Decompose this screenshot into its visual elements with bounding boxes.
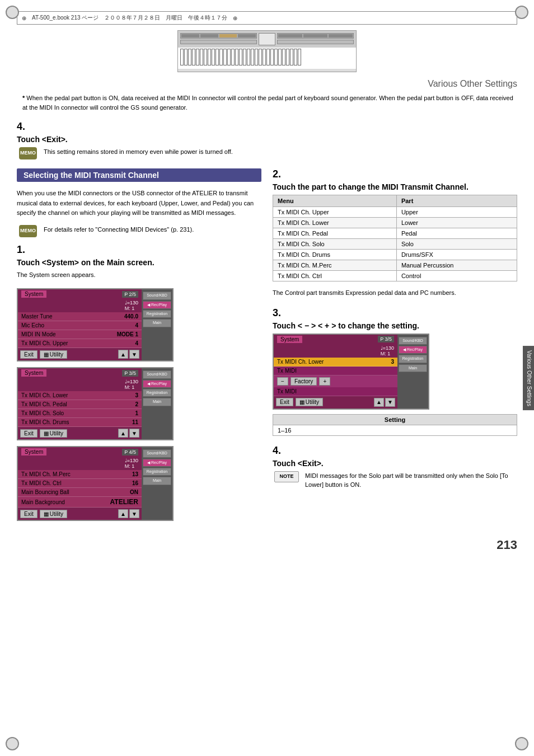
screen-1-arrows: ▲ ▼ xyxy=(118,350,139,359)
table-row: Tx MIDI Ch. Drums Drums/SFX xyxy=(273,250,517,260)
screen-1-up-arrow[interactable]: ▲ xyxy=(118,350,128,359)
table-row: Tx MIDI Ch. Pedal Pedal xyxy=(273,228,517,239)
step-4-first: 4. Touch <Exit>. MEMO This setting remai… xyxy=(17,121,517,159)
screen-2-body: System P 3/5 ♩=130M: 1 Tx MIDI Ch. Lower… xyxy=(18,368,142,439)
screen-3-up-arrow[interactable]: ▲ xyxy=(118,509,128,518)
sidebar-btn-main-step3[interactable]: Main xyxy=(399,364,427,372)
step-2-number: 2. xyxy=(273,168,517,180)
step-3: 3. Touch < − > < + > to change the setti… xyxy=(273,307,517,436)
screen-2-footer: Exit ▦ Utility ▲ ▼ xyxy=(18,427,142,439)
screen-1-utility-btn[interactable]: ▦ Utility xyxy=(40,350,67,359)
note-box: NOTE MIDI messages for the Solo part wil… xyxy=(273,471,517,490)
notice-text: * When the pedal part button is ON, data… xyxy=(17,93,517,112)
memo-box-details: MEMO For details refer to "Connecting MI… xyxy=(17,225,261,237)
table-row: Tx MIDI Ch. Upper Upper xyxy=(273,207,517,218)
table-cell-menu-1: Tx MIDI Ch. Upper xyxy=(273,207,397,218)
step-4-first-title: Touch <Exit>. xyxy=(17,135,517,144)
sidebar-btn-main-1[interactable]: Main xyxy=(143,319,171,327)
step-2-title: Touch the part to change the MIDI Transm… xyxy=(273,182,517,191)
corner-decoration-br xyxy=(515,737,528,750)
sidebar-btn-registration-2[interactable]: Registration xyxy=(143,389,171,397)
step-4-second-number: 4. xyxy=(273,445,517,457)
screen-2-down-arrow[interactable]: ▼ xyxy=(129,429,139,438)
table-cell-part-3: Pedal xyxy=(396,228,517,239)
screen-3-tempo: ♩=130M: 1 xyxy=(125,458,138,469)
right-column: 2. Touch the part to change the MIDI Tra… xyxy=(273,168,517,527)
step3-down-arrow[interactable]: ▼ xyxy=(385,398,395,407)
sidebar-btn-registration-1[interactable]: Registration xyxy=(143,310,171,318)
table-row: Tx MIDI Ch. M.Perc Manual Percussion xyxy=(273,260,517,271)
header-bar: ⊕ AT-500_e.book 213 ページ ２００８年７月２８日 月曜日 午… xyxy=(17,11,517,25)
sidebar-btn-rec-play-step3[interactable]: ◀ Rec/Play xyxy=(399,346,427,354)
screen-1-exit-btn[interactable]: Exit xyxy=(20,350,38,359)
screen-3-exit-btn[interactable]: Exit xyxy=(20,510,38,518)
screen-3-header: System P 4/5 xyxy=(18,447,142,457)
sidebar-btn-rec-play-3[interactable]: ◀ Rec/Play xyxy=(143,459,171,467)
screen-3-row-2: Tx MIDI Ch. Ctrl 16 xyxy=(18,479,142,488)
table-cell-part-1: Upper xyxy=(396,207,517,218)
screen-3-footer: Exit ▦ Utility ▲ ▼ xyxy=(18,508,142,520)
sidebar-btn-sound-kbd-2[interactable]: Sound/KBD xyxy=(143,370,171,378)
sidebar-btn-registration-3[interactable]: Registration xyxy=(143,468,171,476)
notice-body: When the pedal part button is ON, data r… xyxy=(22,95,513,111)
step-2: 2. Touch the part to change the MIDI Tra… xyxy=(273,168,517,298)
table-cell-part-2: Lower xyxy=(396,218,517,228)
sidebar-btn-main-3[interactable]: Main xyxy=(143,477,171,485)
table-cell-menu-2: Tx MIDI Ch. Lower xyxy=(273,218,397,228)
screen-3-page: P 4/5 xyxy=(122,449,138,456)
note-text: MIDI messages for the Solo part will be … xyxy=(305,471,517,490)
screen-2-exit-btn[interactable]: Exit xyxy=(20,429,38,438)
screen-1-row-2: Mic Echo 4 xyxy=(18,321,142,330)
table-header-menu: Menu xyxy=(273,195,397,207)
step3-exit-btn[interactable]: Exit xyxy=(276,398,293,406)
screen-1-body: System P 2/5 ♩=130M: 1 Master Tune 440.0… xyxy=(18,289,142,360)
screen-2-sidebar: Sound/KBD ◀ Rec/Play Registration Main xyxy=(142,368,172,439)
screen-2-utility-btn[interactable]: ▦ Utility xyxy=(40,429,67,438)
screen-1-footer: Exit ▦ Utility ▲ ▼ xyxy=(18,348,142,360)
screen-1-down-arrow[interactable]: ▼ xyxy=(129,350,139,359)
sidebar-btn-rec-play-2[interactable]: ◀ Rec/Play xyxy=(143,380,171,388)
corner-decoration-tr xyxy=(515,6,528,19)
memo-text-details: For details refer to "Connecting MIDI De… xyxy=(44,225,194,234)
setting-table: Setting 1–16 xyxy=(273,414,517,436)
memo-icon-details: MEMO xyxy=(17,225,39,237)
step-1-title: Touch <System> on the Main screen. xyxy=(17,258,261,267)
section-highlight-box: Selecting the MIDI Transmit Channel xyxy=(17,168,261,182)
screen-1-row-4: Tx MIDI Ch. Upper 4 xyxy=(18,339,142,348)
setting-table-header: Setting xyxy=(273,414,517,425)
sidebar-btn-main-2[interactable]: Main xyxy=(143,398,171,406)
table-cell-part-7: Control xyxy=(396,271,517,281)
table-cell-part-5: Drums/SFX xyxy=(396,250,517,260)
step3-factory-btn[interactable]: Factory xyxy=(291,377,317,386)
screen-2-row-2: Tx MIDI Ch. Pedal 2 xyxy=(18,400,142,409)
setting-table-value: 1–16 xyxy=(273,425,517,435)
screen-3-row-1: Tx MIDI Ch. M.Perc 13 xyxy=(18,470,142,479)
step3-up-arrow[interactable]: ▲ xyxy=(374,398,384,407)
screen-2-up-arrow[interactable]: ▲ xyxy=(118,429,128,438)
step-4-second-title: Touch <Exit>. xyxy=(273,459,517,468)
step-1-number: 1. xyxy=(17,244,261,256)
table-note: The Control part transmits Expression pe… xyxy=(273,288,517,298)
page-number: 213 xyxy=(17,538,517,552)
table-cell-menu-4: Tx MIDI Ch. Solo xyxy=(273,239,397,250)
step3-plus-btn[interactable]: + xyxy=(319,377,330,386)
screen-3-down-arrow[interactable]: ▼ xyxy=(129,509,139,518)
step-4-second: 4. Touch <Exit>. NOTE MIDI messages for … xyxy=(273,445,517,490)
screen-1-row-1: Master Tune 440.0 xyxy=(18,312,142,321)
step3-utility-btn[interactable]: ▦ Utility xyxy=(296,398,323,406)
screen-1-page: P 2/5 xyxy=(122,291,138,298)
sidebar-btn-registration-step3[interactable]: Registration xyxy=(399,355,427,363)
step-3-number: 3. xyxy=(273,307,517,319)
step3-screen-title: System xyxy=(277,336,302,343)
screen-2-row-3: Tx MIDI Ch. Solo 1 xyxy=(18,409,142,418)
sidebar-btn-rec-play-1[interactable]: ◀ Rec/Play xyxy=(143,301,171,309)
table-cell-part-6: Manual Percussion xyxy=(396,260,517,271)
table-cell-menu-5: Tx MIDI Ch. Drums xyxy=(273,250,397,260)
sidebar-btn-sound-kbd-1[interactable]: Sound/KBD xyxy=(143,292,171,299)
sidebar-btn-sound-kbd-step3[interactable]: Sound/KBD xyxy=(399,337,427,345)
screen-3-utility-btn[interactable]: ▦ Utility xyxy=(40,510,67,518)
system-screen-1: System P 2/5 ♩=130M: 1 Master Tune 440.0… xyxy=(17,288,174,361)
sidebar-btn-sound-kbd-3[interactable]: Sound/KBD xyxy=(143,449,171,457)
memo-icon-circle-first: MEMO xyxy=(19,147,37,159)
step3-minus-btn[interactable]: − xyxy=(277,377,288,386)
